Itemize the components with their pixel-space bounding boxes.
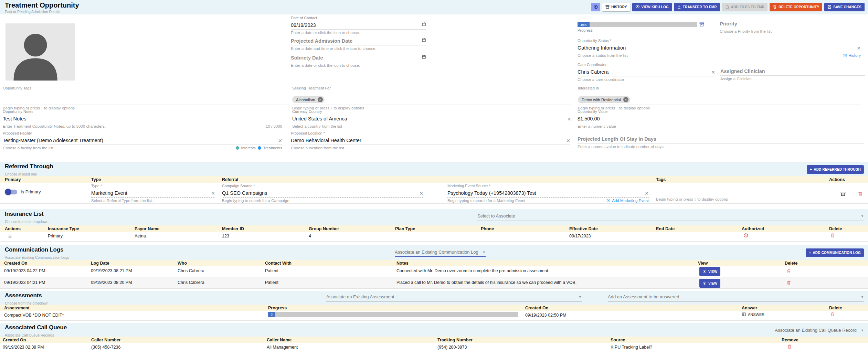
assessments-associate-select[interactable]: Associate an Existing Assessment ▼: [326, 294, 582, 302]
care-coordinator-input[interactable]: Chris Cabrera ✕: [578, 68, 715, 76]
referred-tags-input[interactable]: Begin typing or press ↓ to display optio…: [656, 197, 728, 201]
calendar-icon[interactable]: [422, 54, 426, 61]
file-icon: [725, 5, 729, 10]
communication-logs-title: Communication Logs: [5, 246, 63, 253]
interested-in-input[interactable]: Detox with Residential✕: [578, 92, 861, 105]
log-delete-icon[interactable]: [786, 269, 791, 275]
assigned-clinician-input[interactable]: Assigned Clinician: [720, 67, 865, 76]
proposed-location-field: Proposed Location * Demo Behavioral Heal…: [291, 131, 570, 150]
assessment-delete-icon[interactable]: [830, 312, 835, 318]
proposed-location-input[interactable]: Demo Behavioral Health Center ✕: [291, 137, 570, 145]
notes-cell: Placed a call to Mr. Demo to obtain the …: [396, 280, 576, 285]
insurance-title: Insurance List: [5, 211, 43, 217]
chip-detox-with-residential[interactable]: Detox with Residential✕: [578, 96, 630, 103]
opportunity-status-input[interactable]: Gathering Information ✕: [578, 44, 861, 52]
col-member-id: Member ID: [222, 226, 244, 231]
clear-icon[interactable]: ✕: [211, 191, 215, 196]
priority-input[interactable]: Priority: [720, 20, 860, 28]
is-primary-toggle-group: Is Primary: [6, 189, 41, 194]
progress-history-icon[interactable]: [699, 22, 704, 28]
proposed-location-hint: Choose a location from the list.: [291, 146, 345, 150]
insurance-associate-placeholder: Select to Associate: [477, 213, 515, 219]
clear-icon[interactable]: ✕: [711, 70, 715, 75]
add-marketing-event-link[interactable]: Add Marketing Event: [606, 199, 649, 203]
collapse-button[interactable]: [591, 3, 600, 11]
chip-remove-icon[interactable]: ✕: [318, 97, 323, 102]
clear-icon[interactable]: ✕: [419, 191, 423, 196]
referred-history-icon[interactable]: [840, 191, 846, 198]
projected-admission-date-input[interactable]: Projected Admission Date: [291, 37, 426, 45]
clear-icon[interactable]: ✕: [278, 138, 282, 143]
cq-tracking-number-cell: (954) 280-3873: [437, 345, 467, 350]
drag-menu-icon[interactable]: [8, 234, 12, 240]
sobriety-date-input[interactable]: Sobriety Date: [291, 54, 426, 62]
created-on-cell: 09/19/2023 04:22 PM: [4, 268, 45, 273]
interested-in-label: Interested In: [578, 86, 861, 90]
transfer-to-emr-button[interactable]: TRANSFER TO EMR: [674, 3, 720, 11]
chip-alcoholism[interactable]: Alcoholism✕: [292, 96, 325, 103]
proposed-facility-value: Testing-Master (Demo Adolescent Treatmen…: [3, 138, 103, 143]
delete-opportunity-button[interactable]: DELETE OPPORTUNITY: [770, 3, 822, 11]
date-of-contact-input[interactable]: 09/19/2023: [291, 21, 426, 30]
referred-through-band: [0, 162, 868, 176]
add-communication-log-button[interactable]: +ADD COMMUNICATION LOG: [806, 248, 864, 257]
communication-row: 09/19/2023 04:22 PM 09/19/2023 08:21 PM …: [0, 266, 868, 277]
referred-delete-icon[interactable]: [858, 191, 863, 198]
currency-country-input[interactable]: United States of America ✕: [292, 115, 571, 123]
col-answer: Answer: [742, 306, 757, 310]
log-delete-icon[interactable]: [786, 280, 791, 287]
communication-associate-select[interactable]: Associate an Existing Communication Log …: [395, 249, 486, 257]
opportunity-value-input[interactable]: $1,500.00: [578, 115, 861, 123]
insurance-delete-icon[interactable]: [830, 233, 835, 239]
not-authorized-icon[interactable]: [743, 233, 748, 239]
opportunity-notes-input[interactable]: Test Notes: [3, 115, 282, 123]
status-history-link[interactable]: History: [843, 53, 861, 57]
chip-remove-icon[interactable]: ✕: [623, 97, 628, 102]
referred-through-header-row: Primary Type Referral Tags Actions: [0, 176, 868, 183]
proposed-facility-input[interactable]: Testing-Master (Demo Adolescent Treatmen…: [3, 137, 282, 145]
clear-icon[interactable]: ✕: [645, 191, 649, 196]
clear-icon[interactable]: ✕: [567, 117, 571, 121]
view-kipu-log-button[interactable]: VIEW KIPU LOG: [632, 3, 672, 11]
projected-length-of-stay-input[interactable]: Projected Length Of Stay In Days: [578, 135, 864, 143]
call-queue-remove-icon[interactable]: [787, 344, 792, 350]
col-caller-number: Caller Number: [91, 338, 120, 342]
calendar-icon[interactable]: [422, 22, 426, 28]
calendar-icon[interactable]: [422, 38, 426, 44]
opportunity-value-hint: Enter a numeric value: [578, 124, 616, 128]
projected-admission-date-placeholder: Projected Admission Date: [291, 38, 352, 44]
add-files-to-emr-button[interactable]: ADD FILES TO EMR: [722, 3, 768, 11]
view-log-button[interactable]: VIEW: [699, 267, 720, 276]
clear-icon[interactable]: ✕: [566, 138, 570, 143]
view-log-label: VIEW: [708, 270, 717, 274]
col-created-on: Created On: [4, 261, 27, 266]
opportunity-tags-input[interactable]: [3, 92, 287, 105]
currency-country-field: Currency Country United States of Americ…: [292, 109, 571, 128]
clear-icon[interactable]: ✕: [857, 46, 861, 51]
col-remove: Remove: [782, 338, 798, 342]
referral-type-input[interactable]: Marketing Event ✕: [91, 189, 215, 198]
add-referred-through-button[interactable]: +ADD REFERRED THROUGH: [807, 165, 864, 174]
opportunity-notes-field: Opportunity Notes Test Notes Enter Treat…: [3, 109, 282, 128]
call-queue-associate-select[interactable]: Associate an Existing Call Queue Record …: [775, 328, 864, 333]
history-button[interactable]: HISTORY: [602, 3, 630, 11]
referral-type-label: Type *: [91, 184, 215, 188]
seeking-treatment-for-input[interactable]: Alcoholism✕: [292, 92, 571, 105]
add-communication-log-label: ADD COMMUNICATION LOG: [813, 251, 861, 255]
insurance-associate-select[interactable]: Select to Associate ▼: [477, 213, 864, 221]
answer-button[interactable]: ANSWER: [742, 312, 764, 317]
who-cell: Chris Cabrera: [178, 280, 204, 285]
is-primary-toggle[interactable]: [6, 190, 17, 194]
proposed-facility-label: Proposed Facility: [3, 131, 282, 135]
page-title: Treatment Opportunity: [5, 1, 79, 9]
priority-placeholder: Priority: [720, 21, 737, 26]
referred-through-subtitle: Choose at least one: [5, 172, 37, 176]
col-tags: Tags: [656, 177, 666, 182]
view-log-button[interactable]: VIEW: [699, 279, 720, 288]
col-primary: Primary: [5, 177, 21, 182]
save-changes-button[interactable]: SAVE CHANGES: [824, 3, 865, 11]
assessments-add-select[interactable]: Add an Assessment to be answered ▼: [608, 294, 864, 302]
marketing-event-source-input[interactable]: Psychology Today (+19542803873) Test ✕: [447, 189, 649, 198]
campaign-source-input[interactable]: Q1 SEO Campaigns ✕: [222, 189, 423, 198]
contact-with-cell: Patient: [265, 268, 278, 273]
